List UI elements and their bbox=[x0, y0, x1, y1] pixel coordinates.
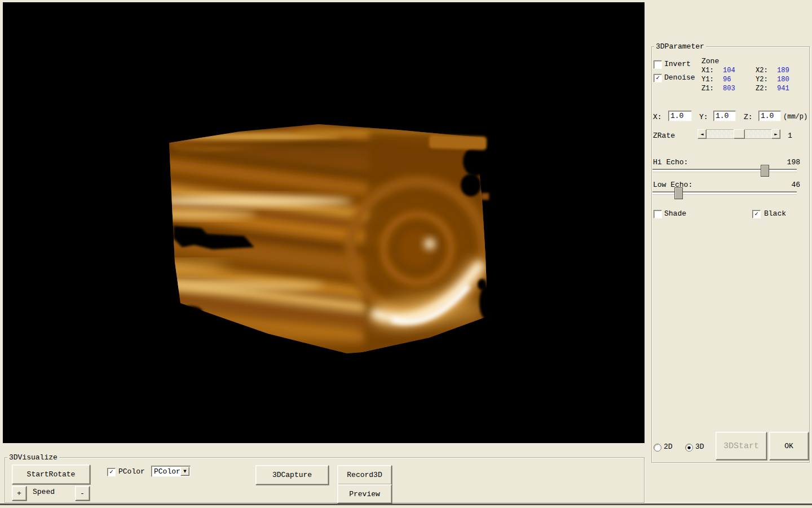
mode-2d-radio[interactable] bbox=[654, 444, 661, 452]
mode-3d-label: 3D bbox=[695, 443, 704, 451]
z-scale-input[interactable] bbox=[758, 111, 781, 121]
zone-label: Z2: bbox=[756, 84, 777, 93]
pcolor-dropdown[interactable]: PColor ▼ bbox=[151, 466, 191, 477]
zone-value: 189 bbox=[777, 66, 789, 75]
black-checkbox[interactable]: ✓ bbox=[752, 210, 761, 218]
zone-value: 941 bbox=[777, 84, 789, 93]
hi-echo-label: Hi Echo: bbox=[653, 158, 688, 167]
invert-label: Invert bbox=[664, 60, 691, 68]
hi-echo-thumb[interactable] bbox=[761, 165, 769, 177]
zone-value: 803 bbox=[723, 84, 756, 93]
shade-checkbox[interactable] bbox=[654, 210, 662, 218]
dropdown-arrow-icon[interactable]: ▼ bbox=[180, 467, 189, 476]
visualize-groupbox: 3DVisualize StartRotate ✓ PColor PColor … bbox=[5, 457, 645, 503]
zone-value: 180 bbox=[777, 75, 789, 84]
pcolor-dropdown-value: PColor bbox=[154, 467, 180, 476]
speed-label: Speed bbox=[33, 488, 55, 496]
capture-button[interactable]: 3DCapture bbox=[255, 465, 329, 485]
zrate-scrollbar[interactable]: ◄ ► bbox=[698, 129, 780, 139]
low-echo-thumb[interactable] bbox=[674, 187, 683, 199]
zone-label: Y1: bbox=[701, 75, 723, 84]
zone-label: Y2: bbox=[756, 75, 777, 84]
start-rotate-button[interactable]: StartRotate bbox=[12, 465, 90, 484]
black-checkmark: ✓ bbox=[754, 211, 758, 217]
black-label: Black bbox=[764, 209, 786, 218]
pcolor-label: PColor bbox=[118, 467, 145, 476]
low-echo-label: Low Echo: bbox=[653, 181, 692, 189]
zone-value: 96 bbox=[723, 75, 756, 84]
zrate-value: 1 bbox=[788, 132, 792, 140]
zrate-right-arrow-icon[interactable]: ► bbox=[771, 129, 780, 139]
ok-button[interactable]: OK bbox=[769, 432, 809, 460]
zone-row: X1: 104 X2: 189 bbox=[701, 66, 806, 75]
parameter-title: 3DParameter bbox=[654, 42, 706, 51]
right-arrow-glyph: ► bbox=[774, 132, 777, 137]
left-arrow-glyph: ◄ bbox=[700, 132, 703, 137]
zrate-label: ZRate bbox=[653, 132, 675, 140]
zrate-left-arrow-icon[interactable]: ◄ bbox=[698, 129, 707, 139]
low-echo-slider[interactable] bbox=[652, 191, 797, 195]
z-scale-label: Z: bbox=[744, 113, 753, 121]
zone-row: Y1: 96 Y2: 180 bbox=[701, 75, 806, 84]
shade-label: Shade bbox=[664, 209, 686, 218]
render-viewport[interactable] bbox=[3, 2, 645, 443]
zone-title: Zone bbox=[701, 57, 719, 65]
visualize-title: 3DVisualize bbox=[7, 453, 59, 462]
start3d-button[interactable]: 3DStart bbox=[716, 432, 767, 460]
zrate-thumb[interactable] bbox=[734, 129, 745, 139]
speed-plus-button[interactable]: + bbox=[12, 486, 27, 501]
speed-minus-button[interactable]: - bbox=[75, 486, 90, 501]
preview-button[interactable]: Preview bbox=[337, 484, 392, 503]
down-arrow-glyph: ▼ bbox=[183, 469, 186, 474]
zone-label: X1: bbox=[701, 66, 723, 75]
zone-table: X1: 104 X2: 189 Y1: 96 Y2: 180 Z1: 803 Z… bbox=[701, 66, 806, 93]
x-scale-input[interactable] bbox=[668, 111, 692, 121]
mode-3d-radio[interactable]: ● bbox=[685, 444, 693, 452]
record-button[interactable]: Record3D bbox=[337, 465, 392, 485]
scale-unit-label: (mm/p) bbox=[783, 113, 807, 121]
zone-value: 104 bbox=[723, 66, 756, 75]
low-echo-value: 46 bbox=[791, 181, 800, 189]
y-scale-input[interactable] bbox=[713, 111, 736, 121]
zrate-track[interactable] bbox=[707, 129, 771, 139]
denoise-checkbox[interactable]: ✓ bbox=[654, 74, 662, 82]
zone-label: X2: bbox=[756, 66, 777, 75]
pcolor-checkbox[interactable]: ✓ bbox=[107, 468, 116, 476]
zone-label: Z1: bbox=[701, 84, 723, 93]
hi-echo-slider[interactable] bbox=[652, 169, 797, 172]
x-scale-label: X: bbox=[653, 113, 662, 121]
y-scale-label: Y: bbox=[699, 113, 708, 121]
volume-render bbox=[3, 2, 645, 443]
denoise-checkmark: ✓ bbox=[656, 75, 660, 81]
hi-echo-value: 198 bbox=[787, 158, 800, 167]
pcolor-checkmark: ✓ bbox=[109, 469, 113, 475]
zone-row: Z1: 803 Z2: 941 bbox=[701, 84, 806, 93]
window-bottom-edge bbox=[0, 503, 812, 505]
radio-dot: ● bbox=[687, 446, 691, 450]
denoise-label: Denoise bbox=[664, 73, 695, 82]
parameter-groupbox: 3DParameter Invert ✓ Denoise Zone X1: 10… bbox=[651, 46, 810, 463]
mode-2d-label: 2D bbox=[664, 443, 673, 451]
invert-checkbox[interactable] bbox=[654, 60, 662, 69]
